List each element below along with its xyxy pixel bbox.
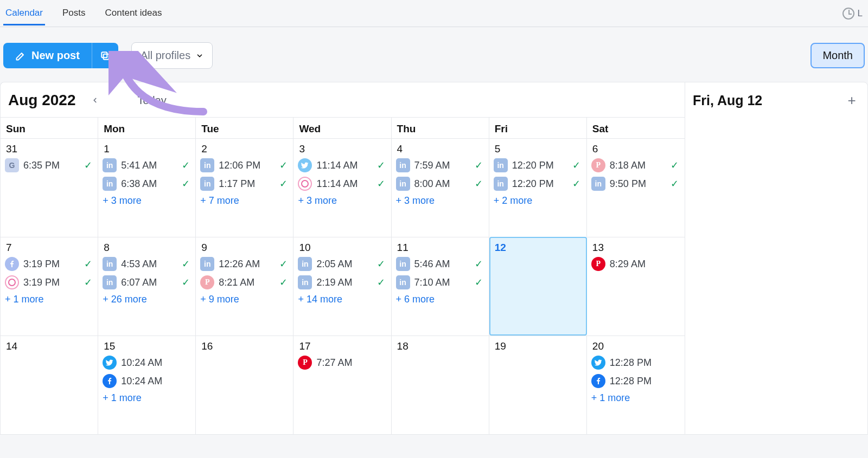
post-event[interactable]: 3:19 PM✓ — [5, 275, 93, 289]
event-time: 4:53 AM — [121, 259, 176, 270]
post-event[interactable]: 7:27 AM — [298, 356, 386, 370]
new-post-split-button[interactable] — [92, 43, 118, 68]
more-posts-link[interactable]: + 6 more — [396, 294, 484, 305]
day-cell[interactable]: 1510:24 AM10:24 AM+ 1 more — [98, 336, 196, 434]
view-month-button[interactable]: Month — [810, 43, 865, 68]
day-cell[interactable]: 19 — [489, 336, 587, 434]
day-cell[interactable]: 68:18 AM✓9:50 PM✓ — [587, 138, 685, 237]
post-event[interactable]: 7:10 AM✓ — [396, 275, 484, 289]
day-cell[interactable]: 912:26 AM✓8:21 AM✓+ 9 more — [196, 237, 293, 336]
side-add-button[interactable]: + — [844, 92, 860, 108]
day-number: 14 — [5, 339, 93, 356]
linkedin-icon — [200, 158, 214, 172]
weekday-header: Fri — [489, 118, 587, 138]
tab-calendar[interactable]: Calendar — [3, 1, 45, 25]
day-cell[interactable]: 138:29 AM — [587, 237, 685, 336]
pinterest-icon — [298, 356, 312, 370]
event-time: 2:19 AM — [316, 277, 371, 288]
day-cell[interactable]: 16 — [196, 336, 293, 434]
check-icon: ✓ — [474, 178, 484, 190]
post-event[interactable]: 12:28 PM — [591, 374, 680, 388]
post-event[interactable]: 1:17 PM✓ — [200, 177, 289, 191]
post-event[interactable]: 10:24 AM — [103, 374, 191, 388]
more-posts-link[interactable]: + 2 more — [494, 195, 582, 207]
post-event[interactable]: 8:18 AM✓ — [591, 158, 680, 172]
more-posts-link[interactable]: + 14 more — [298, 294, 386, 305]
post-event[interactable]: 12:28 PM — [591, 356, 680, 370]
day-side-panel: Fri, Aug 12 + — [685, 82, 868, 435]
check-icon: ✓ — [278, 276, 289, 288]
more-posts-link[interactable]: + 3 more — [396, 195, 484, 207]
day-cell[interactable]: 12 — [489, 237, 587, 336]
post-event[interactable]: 8:21 AM✓ — [200, 275, 289, 289]
post-event[interactable]: 11:14 AM✓ — [298, 158, 386, 172]
event-time: 5:46 AM — [414, 259, 469, 270]
tab-content-ideas[interactable]: Content ideas — [103, 1, 164, 25]
more-posts-link[interactable]: + 3 more — [103, 195, 191, 207]
more-posts-link[interactable]: + 7 more — [200, 195, 289, 207]
check-icon: ✓ — [474, 159, 484, 171]
post-event[interactable]: 4:53 AM✓ — [103, 257, 191, 271]
post-event[interactable]: 10:24 AM — [103, 356, 191, 370]
post-event[interactable]: 9:50 PM✓ — [591, 177, 680, 191]
day-cell[interactable]: 212:06 PM✓1:17 PM✓+ 7 more — [196, 138, 293, 237]
today-button[interactable]: Today — [135, 92, 170, 109]
day-cell[interactable]: 73:19 PM✓3:19 PM✓+ 1 more — [1, 237, 98, 336]
prev-month-button[interactable] — [86, 91, 104, 109]
post-event[interactable]: 6:38 AM✓ — [103, 177, 191, 191]
post-event[interactable]: 12:20 PM✓ — [494, 158, 582, 172]
post-event[interactable]: 11:14 AM✓ — [298, 177, 386, 191]
more-posts-link[interactable]: + 9 more — [200, 294, 289, 305]
check-icon: ✓ — [474, 258, 484, 270]
tab-posts[interactable]: Posts — [60, 1, 88, 25]
clock-icon[interactable] — [843, 8, 854, 20]
day-cell[interactable]: 311:14 AM✓11:14 AM✓+ 3 more — [293, 138, 391, 237]
copy-icon — [100, 50, 111, 61]
day-number: 10 — [298, 241, 386, 257]
post-event[interactable]: 2:05 AM✓ — [298, 257, 386, 271]
event-time: 12:20 PM — [512, 178, 567, 190]
day-cell[interactable]: 177:27 AM — [293, 336, 391, 434]
new-post-button[interactable]: New post — [3, 43, 92, 68]
day-cell[interactable]: 512:20 PM✓12:20 PM✓+ 2 more — [489, 138, 587, 237]
day-cell[interactable]: 102:05 AM✓2:19 AM✓+ 14 more — [293, 237, 391, 336]
more-posts-link[interactable]: + 1 more — [5, 294, 93, 305]
post-event[interactable]: 8:29 AM — [591, 257, 680, 271]
day-cell[interactable]: 18 — [392, 336, 489, 434]
profiles-dropdown[interactable]: All profiles — [131, 42, 213, 69]
day-cell[interactable]: 115:46 AM✓7:10 AM✓+ 6 more — [392, 237, 489, 336]
day-number: 6 — [591, 142, 680, 158]
post-event[interactable]: 6:07 AM✓ — [103, 275, 191, 289]
post-event[interactable]: 5:46 AM✓ — [396, 257, 484, 271]
event-time: 3:19 PM — [23, 259, 78, 270]
day-cell[interactable]: 84:53 AM✓6:07 AM✓+ 26 more — [98, 237, 196, 336]
post-event[interactable]: 12:26 AM✓ — [200, 257, 289, 271]
post-event[interactable]: 3:19 PM✓ — [5, 257, 93, 271]
post-event[interactable]: 12:06 PM✓ — [200, 158, 289, 172]
post-event[interactable]: 6:35 PM✓ — [5, 158, 93, 172]
post-event[interactable]: 2:19 AM✓ — [298, 275, 386, 289]
svg-rect-0 — [104, 54, 109, 59]
event-time: 6:07 AM — [121, 277, 176, 288]
post-event[interactable]: 8:00 AM✓ — [396, 177, 484, 191]
check-icon: ✓ — [82, 159, 93, 171]
event-time: 3:19 PM — [23, 277, 78, 288]
day-number: 20 — [591, 339, 680, 356]
more-posts-link[interactable]: + 1 more — [591, 392, 680, 404]
day-cell[interactable]: 47:59 AM✓8:00 AM✓+ 3 more — [392, 138, 489, 237]
day-cell[interactable]: 316:35 PM✓ — [1, 138, 98, 237]
day-cell[interactable]: 14 — [1, 336, 98, 434]
weekday-row: SunMonTueWedThuFriSat — [1, 117, 685, 138]
post-event[interactable]: 12:20 PM✓ — [494, 177, 582, 191]
event-time: 8:21 AM — [219, 277, 273, 288]
day-cell[interactable]: 2012:28 PM12:28 PM+ 1 more — [587, 336, 685, 434]
more-posts-link[interactable]: + 26 more — [103, 294, 191, 305]
linkedin-icon — [200, 177, 214, 191]
post-event[interactable]: 7:59 AM✓ — [396, 158, 484, 172]
day-cell[interactable]: 15:41 AM✓6:38 AM✓+ 3 more — [98, 138, 196, 237]
more-posts-link[interactable]: + 3 more — [298, 195, 386, 207]
more-posts-link[interactable]: + 1 more — [103, 392, 191, 404]
post-event[interactable]: 5:41 AM✓ — [103, 158, 191, 172]
day-number: 1 — [103, 142, 191, 158]
check-icon: ✓ — [180, 276, 191, 288]
